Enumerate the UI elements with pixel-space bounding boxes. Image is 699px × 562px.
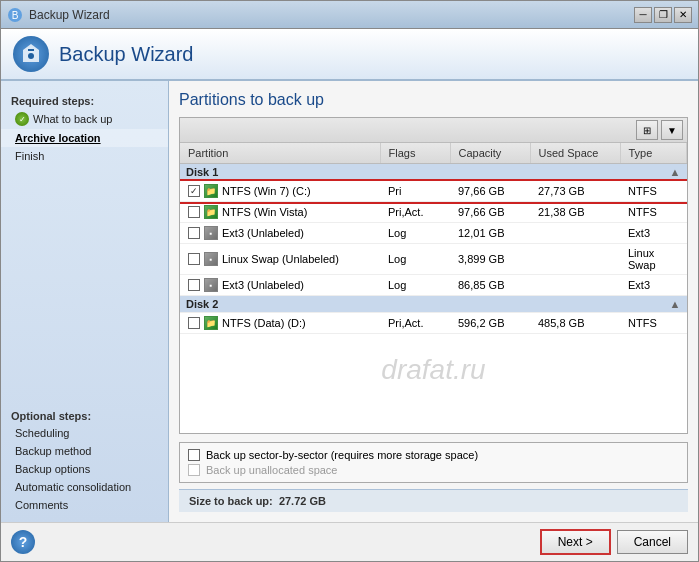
partition-name: Linux Swap (Unlabeled) bbox=[222, 253, 339, 265]
required-steps-label: Required steps: bbox=[1, 89, 168, 109]
content-area: Partitions to back up ⊞ ▼ Partition Flag… bbox=[169, 81, 698, 522]
partition-flags: Pri bbox=[380, 181, 450, 202]
disk1-label: Disk 1 ▲ bbox=[180, 164, 687, 181]
cancel-button[interactable]: Cancel bbox=[617, 530, 688, 554]
sidebar-item-finish[interactable]: Finish bbox=[1, 147, 168, 165]
col-partition: Partition bbox=[180, 143, 380, 164]
partition-icon: ▪ bbox=[204, 252, 218, 266]
partition-capacity: 3,899 GB bbox=[450, 244, 530, 275]
watermark: drafat.ru bbox=[180, 334, 687, 406]
title-bar: B Backup Wizard ─ ❐ ✕ bbox=[1, 1, 698, 29]
partition-checkbox[interactable] bbox=[188, 227, 200, 239]
header-icon bbox=[13, 36, 49, 72]
partition-checkbox[interactable] bbox=[188, 253, 200, 265]
app-icon: B bbox=[7, 7, 23, 23]
partition-checkbox[interactable]: ✓ bbox=[188, 185, 200, 197]
sidebar: Required steps: ✓ What to back up Archiv… bbox=[1, 81, 169, 522]
sidebar-item-scheduling[interactable]: Scheduling bbox=[1, 424, 168, 442]
disk1-collapse-icon[interactable]: ▲ bbox=[670, 166, 681, 178]
sidebar-item-comments-label: Comments bbox=[15, 499, 68, 511]
restore-button[interactable]: ❐ bbox=[654, 7, 672, 23]
partition-name-cell: ✓ 📁 NTFS (Win 7) (C:) bbox=[180, 181, 380, 202]
sidebar-item-automatic-consolidation[interactable]: Automatic consolidation bbox=[1, 478, 168, 496]
toolbar-dropdown-btn[interactable]: ▼ bbox=[661, 120, 683, 140]
partition-name: NTFS (Data) (D:) bbox=[222, 317, 306, 329]
col-used-space: Used Space bbox=[530, 143, 620, 164]
partition-table: Partition Flags Capacity Used Space Type… bbox=[180, 143, 687, 334]
minimize-button[interactable]: ─ bbox=[634, 7, 652, 23]
help-button[interactable]: ? bbox=[11, 530, 35, 554]
partition-icon: ▪ bbox=[204, 278, 218, 292]
unallocated-label: Back up unallocated space bbox=[206, 464, 337, 476]
sidebar-item-comments[interactable]: Comments bbox=[1, 496, 168, 514]
partition-used-space: 21,38 GB bbox=[530, 202, 620, 223]
step-complete-icon: ✓ bbox=[15, 112, 29, 126]
partition-icon: 📁 bbox=[204, 316, 218, 330]
disk2-label: Disk 2 ▲ bbox=[180, 296, 687, 313]
partition-name-cell: 📁 NTFS (Data) (D:) bbox=[180, 313, 380, 334]
sidebar-item-what-to-back-up[interactable]: ✓ What to back up bbox=[1, 109, 168, 129]
footer-left: ? bbox=[11, 530, 35, 554]
partition-table-container: ⊞ ▼ Partition Flags Capacity Used Space … bbox=[179, 117, 688, 434]
sidebar-item-backup-options-label: Backup options bbox=[15, 463, 90, 475]
partition-checkbox[interactable] bbox=[188, 206, 200, 218]
partition-used-space bbox=[530, 223, 620, 244]
unallocated-checkbox[interactable] bbox=[188, 464, 200, 476]
partition-icon: ▪ bbox=[204, 226, 218, 240]
partition-capacity: 97,66 GB bbox=[450, 202, 530, 223]
sector-by-sector-option: Back up sector-by-sector (requires more … bbox=[188, 449, 679, 461]
partition-capacity: 97,66 GB bbox=[450, 181, 530, 202]
partition-icon: 📁 bbox=[204, 184, 218, 198]
partition-type: NTFS bbox=[620, 202, 687, 223]
table-row[interactable]: ✓ 📁 NTFS (Win 7) (C:) Pri 97,66 GB 27,73… bbox=[180, 181, 687, 202]
sector-by-sector-checkbox[interactable] bbox=[188, 449, 200, 461]
table-row[interactable]: 📁 NTFS (Win Vista) Pri,Act. 97,66 GB 21,… bbox=[180, 202, 687, 223]
sidebar-item-backup-options[interactable]: Backup options bbox=[1, 460, 168, 478]
partition-name-cell: ▪ Ext3 (Unlabeled) bbox=[180, 223, 380, 244]
table-header-row: Partition Flags Capacity Used Space Type bbox=[180, 143, 687, 164]
partition-icon: 📁 bbox=[204, 205, 218, 219]
size-label: Size to back up: bbox=[189, 495, 273, 507]
sidebar-item-auto-consolidation-label: Automatic consolidation bbox=[15, 481, 131, 493]
partition-checkbox[interactable] bbox=[188, 317, 200, 329]
header-title: Backup Wizard bbox=[59, 43, 194, 66]
partition-checkbox[interactable] bbox=[188, 279, 200, 291]
table-row[interactable]: ▪ Linux Swap (Unlabeled) Log 3,899 GB Li… bbox=[180, 244, 687, 275]
partition-type: NTFS bbox=[620, 181, 687, 202]
optional-steps-label: Optional steps: bbox=[1, 404, 168, 424]
next-button[interactable]: Next > bbox=[540, 529, 611, 555]
sidebar-item-backup-method-label: Backup method bbox=[15, 445, 91, 457]
sidebar-item-archive-location[interactable]: Archive location bbox=[1, 129, 168, 147]
app-header: Backup Wizard bbox=[1, 29, 698, 81]
partition-flags: Pri,Act. bbox=[380, 313, 450, 334]
partition-capacity: 86,85 GB bbox=[450, 275, 530, 296]
title-bar-buttons: ─ ❐ ✕ bbox=[634, 7, 692, 23]
col-capacity: Capacity bbox=[450, 143, 530, 164]
partition-name-cell: 📁 NTFS (Win Vista) bbox=[180, 202, 380, 223]
page-title: Partitions to back up bbox=[179, 91, 688, 109]
main-body: Required steps: ✓ What to back up Archiv… bbox=[1, 81, 698, 522]
partition-flags: Log bbox=[380, 244, 450, 275]
col-type: Type bbox=[620, 143, 687, 164]
sidebar-item-backup-method[interactable]: Backup method bbox=[1, 442, 168, 460]
disk2-collapse-icon[interactable]: ▲ bbox=[670, 298, 681, 310]
svg-point-2 bbox=[28, 53, 34, 59]
sidebar-item-archive-location-label: Archive location bbox=[15, 132, 101, 144]
table-toolbar: ⊞ ▼ bbox=[180, 118, 687, 143]
sidebar-item-finish-label: Finish bbox=[15, 150, 44, 162]
backup-options-panel: Back up sector-by-sector (requires more … bbox=[179, 442, 688, 483]
partition-type: Linux Swap bbox=[620, 244, 687, 275]
partition-name: Ext3 (Unlabeled) bbox=[222, 227, 304, 239]
table-row[interactable]: ▪ Ext3 (Unlabeled) Log 86,85 GB Ext3 bbox=[180, 275, 687, 296]
title-bar-text: Backup Wizard bbox=[29, 8, 634, 22]
table-row[interactable]: ▪ Ext3 (Unlabeled) Log 12,01 GB Ext3 bbox=[180, 223, 687, 244]
footer: ? Next > Cancel bbox=[1, 522, 698, 561]
close-button[interactable]: ✕ bbox=[674, 7, 692, 23]
table-row[interactable]: 📁 NTFS (Data) (D:) Pri,Act. 596,2 GB 485… bbox=[180, 313, 687, 334]
partition-flags: Log bbox=[380, 223, 450, 244]
disk2-header: Disk 2 ▲ bbox=[180, 296, 687, 313]
sidebar-item-scheduling-label: Scheduling bbox=[15, 427, 69, 439]
partition-used-space: 27,73 GB bbox=[530, 181, 620, 202]
partition-name: Ext3 (Unlabeled) bbox=[222, 279, 304, 291]
toolbar-grid-btn[interactable]: ⊞ bbox=[636, 120, 658, 140]
